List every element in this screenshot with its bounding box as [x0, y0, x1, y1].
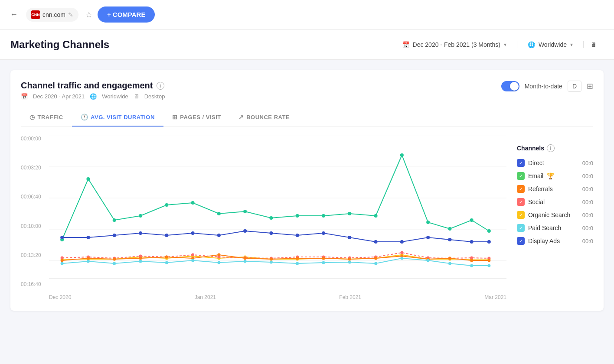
- svg-point-95: [487, 259, 490, 262]
- referrals-value: 00:0: [582, 186, 593, 192]
- svg-point-10: [165, 203, 168, 207]
- card-title: Channel traffic and engagement i: [21, 81, 165, 91]
- pages-icon: ⊞: [172, 114, 178, 120]
- avg-visit-icon: 🕐: [81, 114, 88, 120]
- region-filter[interactable]: 🌐 Worldwide ▾: [517, 41, 584, 48]
- d-button[interactable]: D: [568, 81, 581, 92]
- svg-point-25: [86, 236, 90, 239]
- svg-point-109: [400, 257, 403, 260]
- svg-point-103: [244, 260, 247, 263]
- excel-icon[interactable]: ⊞: [587, 81, 593, 91]
- svg-point-34: [322, 231, 325, 235]
- svg-point-27: [139, 231, 142, 235]
- svg-point-87: [296, 257, 299, 260]
- svg-point-104: [270, 261, 273, 264]
- svg-point-36: [374, 240, 378, 244]
- svg-point-19: [400, 153, 404, 157]
- svg-point-28: [165, 234, 168, 237]
- tab-traffic[interactable]: ◷ TRAFFIC: [21, 108, 72, 127]
- svg-point-41: [487, 240, 491, 244]
- legend-info-icon[interactable]: i: [547, 144, 555, 152]
- tab-pages-visit[interactable]: ⊞ PAGES / VISIT: [163, 108, 230, 127]
- svg-point-35: [348, 236, 351, 239]
- paid-search-checkbox[interactable]: ✓: [517, 224, 525, 232]
- red-line: [62, 253, 489, 258]
- organic-search-label: Organic Search: [528, 211, 570, 218]
- back-button[interactable]: ←: [7, 8, 21, 22]
- chart-main: Dec 2020 Jan 2021 Feb 2021 Mar 2021: [49, 136, 506, 300]
- svg-point-20: [426, 221, 430, 224]
- card-title-section: Channel traffic and engagement i 📅 Dec 2…: [21, 81, 165, 100]
- organic-search-checkbox[interactable]: ✓: [517, 211, 525, 219]
- legend-title: Channels i: [517, 144, 593, 152]
- svg-point-31: [243, 229, 247, 233]
- svg-point-111: [448, 262, 451, 265]
- legend-item-direct: ✓ Direct 00:0: [517, 159, 593, 167]
- svg-point-38: [426, 236, 430, 239]
- display-ads-value: 00:0: [582, 238, 593, 244]
- main-content: Channel traffic and engagement i 📅 Dec 2…: [0, 60, 614, 321]
- svg-point-89: [348, 258, 351, 261]
- legend-item-paid-search: ✓ Paid Search 00:0: [517, 224, 593, 232]
- favicon: CNN: [31, 10, 40, 19]
- svg-point-99: [139, 260, 142, 263]
- legend-item-display-ads: ✓ Display Ads 00:0: [517, 237, 593, 245]
- date-chevron-icon: ▾: [504, 42, 506, 48]
- url-bar[interactable]: CNN cnn.com ✎: [26, 8, 78, 22]
- chart-svg: [49, 136, 506, 292]
- card-region: Worldwide: [102, 93, 128, 100]
- svg-point-29: [191, 231, 195, 235]
- social-checkbox[interactable]: ✓: [517, 198, 525, 206]
- date-filter[interactable]: 📅 Dec 2020 - Feb 2021 (3 Months) ▾: [392, 41, 517, 48]
- svg-point-84: [217, 254, 220, 257]
- social-label: Social: [528, 198, 545, 205]
- svg-point-102: [217, 261, 220, 264]
- region-text: Worldwide: [539, 41, 567, 48]
- svg-point-65: [191, 254, 194, 257]
- svg-point-88: [322, 257, 325, 260]
- x-label-3: Mar 2021: [484, 294, 506, 300]
- svg-point-79: [87, 257, 90, 260]
- svg-point-8: [113, 218, 116, 222]
- svg-point-12: [217, 212, 221, 215]
- x-label-2: Feb 2021: [339, 294, 361, 300]
- svg-point-33: [296, 234, 299, 237]
- y-label-1: 00:03:20: [21, 165, 44, 171]
- y-label-5: 00:16:40: [21, 281, 44, 287]
- direct-checkbox[interactable]: ✓: [517, 159, 525, 167]
- card-device: Desktop: [144, 93, 165, 100]
- svg-point-14: [269, 216, 273, 220]
- svg-point-73: [400, 251, 403, 254]
- tab-avg-visit-duration[interactable]: 🕐 AVG. VISIT DURATION: [72, 108, 163, 127]
- edit-url-icon[interactable]: ✎: [68, 11, 73, 18]
- svg-point-93: [448, 257, 451, 260]
- display-ads-checkbox[interactable]: ✓: [517, 237, 525, 245]
- direct-value: 00:0: [582, 160, 593, 166]
- tab-bounce-rate[interactable]: ↗ BOUNCE RATE: [230, 108, 298, 127]
- paid-search-value: 00:0: [582, 225, 593, 231]
- bookmark-icon[interactable]: ☆: [85, 10, 92, 20]
- svg-point-94: [470, 259, 473, 262]
- y-label-0: 00:00:00: [21, 136, 44, 142]
- svg-point-22: [470, 218, 474, 222]
- compare-button[interactable]: + COMPARE: [98, 6, 155, 23]
- card-info-icon[interactable]: i: [157, 82, 164, 90]
- svg-point-80: [113, 258, 116, 261]
- svg-point-76: [470, 257, 473, 260]
- bounce-icon: ↗: [238, 114, 244, 120]
- calendar-icon: 📅: [402, 41, 409, 48]
- globe-icon: 🌐: [528, 41, 535, 48]
- card-device-icon: 🖥: [134, 93, 139, 100]
- y-label-2: 00:06:40: [21, 194, 44, 200]
- email-checkbox[interactable]: ✓: [517, 172, 525, 180]
- month-to-date-toggle[interactable]: [501, 81, 519, 91]
- svg-point-100: [165, 261, 168, 264]
- referrals-checkbox[interactable]: ✓: [517, 185, 525, 193]
- svg-point-96: [61, 262, 64, 265]
- svg-point-21: [448, 227, 451, 231]
- desktop-filter[interactable]: 🖥: [584, 41, 604, 48]
- y-label-3: 00:10:00: [21, 223, 44, 229]
- legend-item-referrals: ✓ Referrals 00:0: [517, 185, 593, 193]
- y-label-4: 00:13:20: [21, 252, 44, 258]
- svg-point-90: [374, 257, 377, 260]
